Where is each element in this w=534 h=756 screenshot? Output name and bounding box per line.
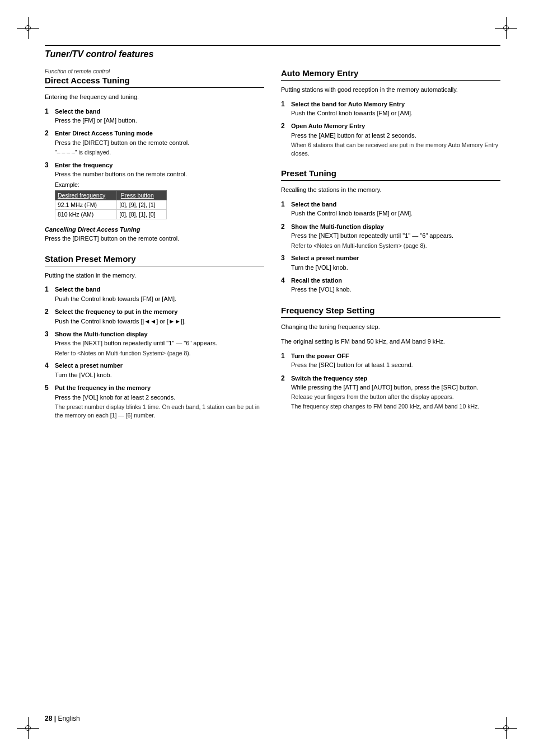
auto-memory-section: Auto Memory Entry Putting stations with … — [281, 68, 500, 157]
direct-step-1: 1 Select the band Press the [FM] or [AM]… — [45, 107, 264, 125]
step-num-1: 1 — [45, 107, 53, 115]
tuning-step-content-3: Select a preset number Turn the [VOL] kn… — [291, 254, 500, 272]
preset-step-content-1: Select the band Push the Control knob to… — [55, 285, 264, 303]
preset-step-body-2: Push the Control knob towards [|◄◄] or [… — [55, 317, 264, 326]
preset-step-heading-2: Select the frequency to put in the memor… — [55, 308, 264, 316]
tuning-step-body-3: Turn the [VOL] knob. — [291, 264, 500, 272]
table-header-freq: Desired frequency — [55, 190, 117, 200]
preset-step-2: 2 Select the frequency to put in the mem… — [45, 308, 264, 326]
preset-step-content-2: Select the frequency to put in the memor… — [55, 308, 264, 326]
tuning-step-body-4: Press the [VOL] knob. — [291, 285, 500, 294]
step-body-2: Press the [DIRECT] button on the remote … — [55, 139, 264, 147]
auto-step-heading-1: Select the band for Auto Memory Entry — [291, 100, 500, 109]
step-content-1: Select the band Press the [FM] or [AM] b… — [55, 107, 264, 125]
direct-access-section: Function of remote control Direct Access… — [45, 68, 264, 243]
preset-step-num-2: 2 — [45, 308, 53, 316]
table-row-am: 810 kHz (AM) [0], [8], [1], [0] — [55, 209, 167, 219]
preset-step-content-3: Show the Multi-function display Press th… — [55, 330, 264, 357]
preset-step-content-4: Select a preset number Turn the [VOL] kn… — [55, 361, 264, 379]
left-column: Function of remote control Direct Access… — [45, 68, 264, 424]
preset-step-heading-3: Show the Multi-function display — [55, 330, 264, 339]
page: Tuner/TV control features Function of re… — [0, 0, 534, 756]
tuning-step-3: 3 Select a preset number Turn the [VOL] … — [281, 254, 500, 272]
freq-step-content-2: Switch the frequency step While pressing… — [291, 374, 500, 411]
table-cell-press-am: [0], [8], [1], [0] — [117, 209, 167, 219]
tuning-step-4: 4 Recall the station Press the [VOL] kno… — [281, 276, 500, 294]
preset-step-num-3: 3 — [45, 330, 53, 338]
auto-step-note-2: When 6 stations that can be received are… — [291, 141, 500, 157]
cancel-title: Cancelling Direct Access Tuning — [45, 226, 264, 233]
preset-step-num-4: 4 — [45, 361, 53, 369]
freq-step-num-2: 2 — [281, 374, 289, 382]
preset-step-body-5: Press the [VOL] knob for at least 2 seco… — [55, 393, 264, 402]
section-title-auto: Auto Memory Entry — [281, 68, 500, 81]
page-language: English — [58, 715, 79, 722]
table-cell-freq-fm: 92.1 MHz (FM) — [55, 200, 117, 209]
freq-step-heading-2: Switch the frequency step — [291, 374, 500, 383]
section-desc-direct: Entering the frequency and tuning. — [45, 92, 264, 102]
step-body-1: Press the [FM] or [AM] button. — [55, 116, 264, 125]
freq-step-num-1: 1 — [281, 352, 289, 360]
tuning-step-heading-1: Select the band — [291, 200, 500, 209]
tuning-step-num-3: 3 — [281, 254, 289, 262]
freq-step-note-2a: Release your fingers from the button aft… — [291, 393, 500, 401]
preset-step-num-5: 5 — [45, 384, 53, 392]
tuning-step-1: 1 Select the band Push the Control knob … — [281, 200, 500, 218]
section-desc-preset: Putting the station in the memory. — [45, 271, 264, 280]
section-title-preset-tuning: Preset Tuning — [281, 168, 500, 181]
tuning-step-body-1: Push the Control knob towards [FM] or [A… — [291, 209, 500, 218]
preset-tuning-section: Preset Tuning Recalling the stations in … — [281, 168, 500, 294]
step-note-2: "– – – –" is displayed. — [55, 148, 264, 157]
example-label: Example: — [55, 181, 264, 188]
auto-step-heading-2: Open Auto Memory Entry — [291, 122, 500, 130]
section-label-direct: Function of remote control — [45, 68, 264, 74]
preset-step-body-3: Press the [NEXT] button repeatedly until… — [55, 339, 264, 348]
auto-step-body-2: Press the [AME] button for at least 2 se… — [291, 132, 500, 140]
preset-step-content-5: Put the frequency in the memory Press th… — [55, 384, 264, 419]
tuning-step-body-2: Press the [NEXT] button repeatedly until… — [291, 232, 500, 240]
preset-step-heading-5: Put the frequency in the memory — [55, 384, 264, 392]
auto-step-num-2: 2 — [281, 122, 289, 130]
content-area: Function of remote control Direct Access… — [45, 68, 500, 424]
step-content-3: Enter the frequency Press the number but… — [55, 161, 264, 219]
step-content-2: Enter Direct Access Tuning mode Press th… — [55, 129, 264, 156]
cancel-body: Press the [DIRECT] button on the remote … — [45, 234, 264, 243]
station-preset-section: Station Preset Memory Putting the statio… — [45, 254, 264, 419]
preset-step-body-4: Turn the [VOL] knob. — [55, 371, 264, 379]
tuning-step-content-1: Select the band Push the Control knob to… — [291, 200, 500, 218]
section-title-freq-step: Frequency Step Setting — [281, 306, 500, 318]
auto-step-1: 1 Select the band for Auto Memory Entry … — [281, 100, 500, 118]
freq-step-heading-1: Turn the power OFF — [291, 352, 500, 360]
auto-step-body-1: Push the Control knob towards [FM] or [A… — [291, 109, 500, 118]
cancel-section: Cancelling Direct Access Tuning Press th… — [45, 226, 264, 243]
table-row-fm: 92.1 MHz (FM) [0], [9], [2], [1] — [55, 200, 167, 209]
table-cell-press-fm: [0], [9], [2], [1] — [117, 200, 167, 209]
preset-step-body-1: Push the Control knob towards [FM] or [A… — [55, 295, 264, 303]
frequency-table: Desired frequency Press button 92.1 MHz … — [55, 190, 167, 219]
auto-step-num-1: 1 — [281, 100, 289, 108]
tuning-step-num-4: 4 — [281, 276, 289, 284]
direct-step-2: 2 Enter Direct Access Tuning mode Press … — [45, 129, 264, 156]
freq-step-note-2b: The frequency step changes to FM band 20… — [291, 402, 500, 411]
freq-step-section: Frequency Step Setting Changing the tuni… — [281, 306, 500, 411]
section-title-preset: Station Preset Memory — [45, 254, 264, 266]
page-number: 28 | English — [45, 715, 80, 722]
preset-step-1: 1 Select the band Push the Control knob … — [45, 285, 264, 303]
preset-step-5: 5 Put the frequency in the memory Press … — [45, 384, 264, 419]
freq-step-1: 1 Turn the power OFF Press the [SRC] but… — [281, 352, 500, 370]
step-num-2: 2 — [45, 129, 53, 137]
table-cell-freq-am: 810 kHz (AM) — [55, 209, 117, 219]
section-desc-freq-step-2: The original setting is FM band 50 kHz, … — [281, 337, 500, 346]
tuning-step-num-1: 1 — [281, 200, 289, 208]
tuning-step-2: 2 Show the Multi-function display Press … — [281, 223, 500, 250]
auto-step-2: 2 Open Auto Memory Entry Press the [AME]… — [281, 122, 500, 157]
right-column: Auto Memory Entry Putting stations with … — [281, 68, 500, 424]
freq-step-content-1: Turn the power OFF Press the [SRC] butto… — [291, 352, 500, 370]
section-title-direct: Direct Access Tuning — [45, 76, 264, 88]
step-heading-1: Select the band — [55, 107, 264, 116]
freq-step-2: 2 Switch the frequency step While pressi… — [281, 374, 500, 411]
freq-step-body-2: While pressing the [ATT] and [AUTO] butt… — [291, 383, 500, 392]
preset-step-note-5: The preset number display blinks 1 time.… — [55, 403, 264, 419]
page-title: Tuner/TV control features — [45, 49, 153, 59]
tuning-step-note-2: Refer to <Notes on Multi-function System… — [291, 242, 500, 250]
